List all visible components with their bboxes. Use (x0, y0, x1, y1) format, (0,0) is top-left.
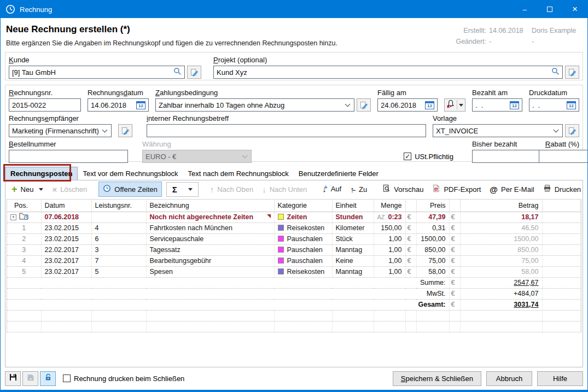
chevron-down-icon[interactable] (345, 102, 351, 107)
betreff-label: interner Rechnungsbetreff (147, 114, 426, 122)
maximize-button[interactable] (537, 1, 562, 18)
caret-down-icon[interactable] (459, 104, 463, 107)
search-icon[interactable] (551, 67, 560, 77)
rechnungsdatum-input[interactable] (91, 101, 133, 109)
betreff-field[interactable] (147, 124, 426, 137)
bestellnummer-field[interactable] (9, 150, 128, 163)
summe-value: 2547,67 (514, 279, 538, 286)
table-row[interactable]: 2 23.02.2015 6 Servicepauschale Pauschal… (7, 233, 581, 244)
rechnungsempfaenger-edit-button[interactable] (118, 124, 132, 137)
ust-pflichtig-checkbox[interactable]: ✓ USt.Pflichtig (404, 150, 453, 163)
rechnungsnr-field[interactable] (9, 98, 81, 112)
folder-clock-icon (19, 212, 29, 222)
minimize-button[interactable]: – (512, 1, 537, 18)
caret-down-icon[interactable] (39, 188, 43, 191)
table-row-open-times[interactable]: + 07.06.2018 Noch nicht abgerechnete Zei… (7, 212, 581, 223)
save-export-button-disabled[interactable] (22, 371, 38, 386)
loeschen-button[interactable]: ×Löschen (48, 183, 91, 196)
rechnungsempfaenger-select[interactable] (9, 124, 112, 137)
checkbox-unchecked[interactable] (63, 375, 71, 382)
delete-x-icon: × (52, 185, 57, 194)
help-button[interactable]: Hilfe (537, 371, 583, 386)
bezahlt-am-input[interactable] (475, 101, 507, 109)
meta-info: Erstellt: 14.06.2018 Doris Example Geänd… (456, 25, 582, 52)
az-label: AZ (377, 214, 385, 220)
zahlungsbedingung-select[interactable] (155, 98, 354, 112)
zahlungsbedingung-edit-button[interactable] (357, 98, 371, 112)
save-close-button[interactable]: Speichern & Schließen (393, 371, 481, 386)
col-bezeichnung[interactable]: Bezeichnung (146, 200, 274, 212)
abort-button[interactable]: Abbruch (486, 371, 532, 386)
vorlage-label: Vorlage (433, 114, 579, 122)
chevron-down-icon[interactable] (102, 127, 108, 133)
projekt-input[interactable] (217, 68, 551, 77)
col-menge[interactable]: Menge (374, 200, 405, 212)
neu-button[interactable]: +Neu (8, 183, 47, 196)
tab-text-vor-rechnungsblock[interactable]: Text vor dem Rechnungsblock (78, 167, 183, 180)
col-leistungsnr[interactable]: Leistungsnr. (91, 200, 146, 212)
col-preis[interactable]: Preis (416, 200, 449, 212)
drucken-button[interactable]: Drucken (539, 182, 585, 196)
projekt-field[interactable] (213, 66, 563, 79)
betreff-input[interactable] (150, 127, 423, 135)
nach-unten-button[interactable]: ↓Nach Unten (258, 183, 311, 196)
aufklappen-button[interactable]: ↓+Auf (318, 182, 345, 196)
vorschau-button[interactable]: Vorschau (379, 182, 427, 196)
calendar-icon[interactable]: 12 (425, 101, 434, 109)
summe-sigma-button[interactable]: Σ (166, 182, 199, 197)
table-row[interactable]: 5 23.02.2017 5 Spesen Reisekosten Mannta… (7, 266, 581, 277)
calendar-icon[interactable]: 12 (567, 101, 576, 109)
rabatt-field[interactable] (539, 150, 588, 163)
col-einheit[interactable]: Einheit (332, 200, 374, 212)
vorlage-select[interactable] (433, 124, 563, 137)
calendar-icon[interactable]: 12 (510, 101, 519, 109)
chevron-down-icon[interactable] (554, 127, 559, 133)
table-row[interactable]: 4 23.02.2017 7 Bearbeitungsgebühr Pausch… (7, 255, 581, 266)
tab-benutzerdefinierte-felder[interactable]: Benutzerdefinierte Felder (294, 167, 383, 180)
posten-table: Pos. Datum Leistungsnr. Bezeichnung Kate… (7, 199, 581, 332)
bestellnummer-input[interactable] (12, 153, 125, 161)
per-email-button[interactable]: @Per E-Mail (486, 183, 538, 196)
projekt-edit-button[interactable] (565, 66, 579, 79)
expand-plus-icon[interactable]: + (10, 214, 16, 220)
caret-down-icon[interactable] (188, 188, 193, 191)
clock-icon (103, 184, 111, 194)
col-kategorie[interactable]: Kategorie (274, 200, 332, 212)
kunde-edit-button[interactable] (187, 66, 201, 79)
tab-text-nach-rechnungsblock[interactable]: Text nach dem Rechnungsblock (183, 167, 294, 180)
tab-rechnungsposten[interactable]: Rechnungsposten (5, 167, 78, 180)
pdf-export-button[interactable]: PDFPDF-Export (428, 182, 485, 196)
save-button[interactable] (5, 371, 21, 386)
print-on-close-checkbox[interactable]: Rechnung drucken beim Schließen (63, 375, 184, 383)
checkbox-checked-icon[interactable]: ✓ (404, 153, 411, 160)
bezahlt-am-field[interactable]: 12 (472, 98, 522, 112)
kunde-field[interactable] (9, 66, 185, 79)
col-pos[interactable]: Pos. (7, 200, 41, 212)
kunde-input[interactable] (12, 68, 173, 77)
titlebar: Rechnung – × (1, 1, 587, 18)
col-datum[interactable]: Datum (41, 200, 91, 212)
changed-date: - (489, 36, 532, 47)
unlock-button[interactable] (40, 371, 56, 386)
nach-oben-button[interactable]: ↑Nach Oben (206, 183, 257, 196)
search-icon[interactable] (173, 67, 182, 77)
offene-zeiten-button[interactable]: Offene Zeiten (98, 182, 162, 197)
table-row[interactable]: 1 23.02.2015 4 Fahrtkosten nach München … (7, 223, 581, 233)
rechnungsnr-input[interactable] (12, 101, 78, 109)
zuklappen-button[interactable]: ↑−Zu (346, 183, 371, 196)
reminder-bell-button[interactable] (444, 98, 465, 112)
divider (457, 100, 457, 110)
close-button[interactable]: × (562, 1, 587, 18)
mwst-label: MwSt. (7, 288, 449, 299)
druckdatum-input[interactable] (532, 101, 564, 109)
faellig-am-field[interactable]: 12 (377, 98, 438, 112)
druckdatum-field[interactable]: 12 (529, 98, 579, 112)
svg-text:PDF: PDF (435, 188, 440, 191)
rechnungsdatum-field[interactable]: 12 (88, 98, 149, 112)
calendar-icon[interactable]: 12 (136, 101, 145, 109)
faellig-am-input[interactable] (381, 101, 422, 109)
vorlage-edit-button[interactable] (565, 124, 579, 137)
table-row[interactable]: 3 22.02.2017 3 Tagessatz Pauschalen Mann… (7, 244, 581, 255)
col-betrag[interactable]: Betrag (460, 200, 542, 212)
rabatt-input[interactable] (542, 153, 588, 161)
